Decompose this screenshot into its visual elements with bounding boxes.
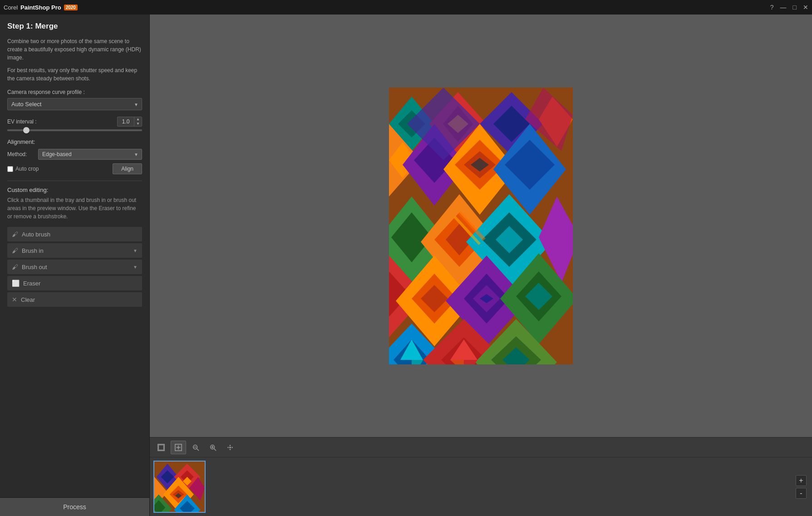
description1: Combine two or more photos of the same s…: [7, 37, 142, 62]
auto-brush-icon: 🖌: [12, 231, 18, 238]
preview-area: [150, 15, 812, 437]
strip-zoom-plus[interactable]: +: [796, 475, 807, 486]
method-select[interactable]: Edge-based Feature-based None: [38, 149, 142, 160]
eraser-label: Eraser: [23, 280, 40, 287]
camera-profile-label: Camera response curve profile :: [7, 89, 142, 95]
custom-editing-title: Custom editing:: [7, 187, 142, 193]
pan-icon: [226, 443, 234, 452]
svg-line-63: [197, 448, 199, 450]
close-button[interactable]: ✕: [803, 4, 808, 11]
svg-marker-69: [229, 444, 231, 446]
window-controls[interactable]: ? — □ ✕: [770, 4, 808, 11]
auto-brush-label: Auto brush: [22, 231, 50, 238]
svg-marker-72: [232, 447, 233, 448]
ev-increment[interactable]: ▲: [134, 117, 142, 122]
eraser-button[interactable]: ⬜ Eraser: [7, 276, 142, 290]
titlebar: Corel PaintShop Pro 2020 ? — □ ✕: [0, 0, 812, 15]
product-name: PaintShop Pro: [20, 4, 61, 11]
auto-brush-button[interactable]: 🖌 Auto brush: [7, 227, 142, 241]
brush-in-label: Brush in: [22, 247, 44, 254]
ev-value-wrapper[interactable]: 1.0 ▲ ▼: [117, 117, 142, 127]
brush-out-dropdown-arrow: ▼: [133, 265, 138, 270]
zoom-out-button[interactable]: [188, 441, 203, 454]
version-badge: 2020: [64, 5, 78, 10]
help-button[interactable]: ?: [770, 4, 774, 11]
strip-zoom-minus[interactable]: -: [796, 488, 807, 499]
custom-editing-desc: Click a thumbnail in the tray and brush …: [7, 196, 142, 221]
maximize-button[interactable]: □: [793, 4, 797, 11]
actual-size-icon: [175, 443, 182, 452]
main-layout: Step 1: Merge Combine two or more photos…: [0, 15, 812, 516]
left-panel: Step 1: Merge Combine two or more photos…: [0, 15, 150, 516]
bottom-toolbar: [150, 437, 812, 457]
align-button[interactable]: Align: [113, 163, 142, 174]
thumbnail-strip: + -: [150, 457, 812, 516]
thumbnail-image: [154, 462, 205, 512]
clear-button[interactable]: ✕ Clear: [7, 292, 142, 307]
alignment-section: Alignment: Method: Edge-based Feature-ba…: [7, 138, 142, 174]
ev-slider-wrapper[interactable]: [7, 129, 142, 131]
canvas-area: + -: [150, 15, 812, 516]
svg-line-66: [214, 448, 216, 450]
brush-in-button[interactable]: 🖌 Brush in ▼: [7, 243, 142, 258]
zoom-out-icon: [192, 443, 199, 452]
clear-icon: ✕: [12, 296, 17, 303]
camera-profile-dropdown-wrapper[interactable]: Auto Select Linear Gamma ▼: [7, 98, 142, 110]
process-button[interactable]: Process: [0, 497, 149, 516]
brush-in-dropdown-arrow: ▼: [133, 248, 138, 253]
hdr-preview-image: [389, 88, 573, 364]
pan-button[interactable]: [222, 441, 238, 454]
brush-in-icon: 🖌: [12, 247, 18, 254]
clear-label: Clear: [21, 296, 35, 303]
brush-out-label: Brush out: [22, 264, 47, 270]
autocrop-checkbox[interactable]: [7, 166, 13, 172]
ev-slider-thumb[interactable]: [23, 127, 30, 133]
svg-point-73: [229, 447, 231, 448]
ev-interval-row: EV interval : 1.0 ▲ ▼: [7, 117, 142, 127]
brand-name: Corel: [4, 4, 18, 11]
svg-marker-71: [227, 447, 229, 448]
brush-out-icon: 🖌: [12, 263, 18, 270]
autocrop-label[interactable]: Auto crop: [7, 166, 39, 172]
step-title: Step 1: Merge: [7, 22, 142, 31]
svg-rect-58: [159, 445, 164, 450]
ev-interval-label: EV interval :: [7, 118, 37, 125]
fit-image-button[interactable]: [153, 441, 169, 454]
method-label: Method:: [7, 151, 34, 157]
camera-profile-select[interactable]: Auto Select Linear Gamma: [7, 98, 142, 110]
method-row: Method: Edge-based Feature-based None ▼: [7, 149, 142, 160]
brush-out-button[interactable]: 🖌 Brush out ▼: [7, 260, 142, 274]
left-panel-content: Step 1: Merge Combine two or more photos…: [0, 15, 149, 497]
thumbnail-item[interactable]: [153, 461, 206, 513]
method-dropdown-wrapper[interactable]: Edge-based Feature-based None ▼: [38, 149, 142, 160]
alignment-title: Alignment:: [7, 138, 142, 145]
autocrop-text: Auto crop: [15, 166, 39, 172]
zoom-in-icon: [209, 443, 217, 452]
svg-marker-70: [229, 449, 231, 450]
actual-size-button[interactable]: [171, 441, 186, 454]
ev-decrement[interactable]: ▼: [134, 122, 142, 126]
autocrop-align-row: Auto crop Align: [7, 163, 142, 174]
ev-slider-track[interactable]: [7, 129, 142, 131]
zoom-controls: + -: [796, 475, 807, 499]
fit-image-icon: [157, 443, 165, 452]
section-divider: [7, 181, 142, 181]
app-logo: Corel PaintShop Pro 2020: [4, 4, 78, 11]
ev-value: 1.0: [118, 118, 134, 126]
ev-spinners[interactable]: ▲ ▼: [134, 117, 142, 126]
minimize-button[interactable]: —: [780, 4, 787, 11]
eraser-icon: ⬜: [12, 280, 20, 287]
zoom-in-button[interactable]: [205, 441, 221, 454]
description2: For best results, vary only the shutter …: [7, 66, 142, 83]
